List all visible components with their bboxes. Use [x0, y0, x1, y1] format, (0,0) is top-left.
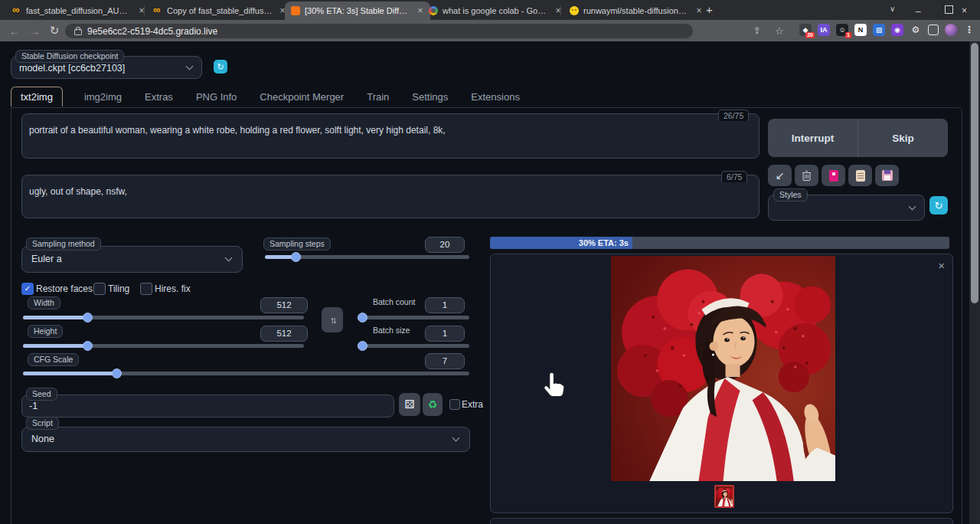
style-card-button[interactable] [822, 165, 845, 186]
height-slider[interactable] [23, 344, 304, 348]
slider-knob[interactable] [358, 313, 368, 323]
browser-tab-title: [30% ETA: 3s] Stable Diffusion [305, 6, 410, 15]
scrollbar-thumb[interactable] [971, 43, 978, 303]
sampling-steps-slider[interactable] [265, 255, 469, 259]
width-slider[interactable] [23, 316, 304, 319]
seed-input[interactable]: -1 [21, 395, 394, 418]
cfg-scale-label: CFG Scale [28, 353, 79, 366]
seed-value: -1 [29, 401, 38, 411]
skip-button[interactable]: Skip [858, 133, 948, 144]
progress-bar: 30% ETA: 3s [490, 237, 949, 249]
cfg-scale-slider[interactable] [23, 372, 469, 375]
tab-settings[interactable]: Settings [410, 87, 449, 106]
script-dropdown[interactable]: None [21, 427, 470, 452]
window-close-button[interactable]: × [962, 3, 967, 17]
batch-size-slider[interactable] [358, 344, 469, 348]
notion-extension-icon[interactable]: N [854, 24, 867, 36]
browser-tab-google-search[interactable]: what is google colab - Googl × [423, 2, 568, 20]
hires-fix-label: Hires. fix [155, 283, 191, 294]
scrollbar-track[interactable] [969, 41, 980, 524]
extension-badge: 1 [845, 32, 851, 38]
prompt-token-counter: 26/75 [718, 110, 749, 121]
prompt-textarea[interactable]: portrait of a beautiful woman, wearing a… [21, 113, 760, 159]
batch-count-slider[interactable] [358, 316, 469, 319]
browser-tab-colab-2[interactable]: ∞ Copy of fast_stable_diffusion × [147, 2, 292, 20]
sampling-steps-value[interactable]: 20 [425, 237, 465, 253]
restore-faces-checkbox[interactable]: ✓ [21, 283, 34, 295]
sampling-steps-label: Sampling steps [263, 237, 331, 251]
paste-params-button[interactable]: ↙ [768, 165, 792, 186]
browser-tab-huggingface[interactable]: runwayml/stable-diffusion-v1 × [564, 2, 709, 20]
sidebar-extension-icon[interactable] [928, 25, 939, 35]
extra-seed-checkbox[interactable] [449, 399, 460, 410]
share-icon[interactable]: ⇪ [753, 25, 761, 36]
clipboard-icon [856, 170, 865, 182]
dark-extension-icon[interactable]: ☺1 [836, 24, 848, 36]
floppy-disk-icon [882, 170, 893, 181]
tab-checkpoint-merger[interactable]: Checkpoint Merger [258, 87, 345, 106]
purple-extension-icon[interactable]: ◉ [891, 24, 903, 36]
swap-dimensions-button[interactable]: ↑↓ [322, 307, 343, 332]
generated-image[interactable] [611, 256, 835, 481]
close-gallery-icon[interactable]: × [938, 259, 945, 272]
negative-prompt-textarea[interactable]: ugly, out of shape, nsfw, [21, 175, 760, 218]
window-minimize-button[interactable]: – [916, 4, 921, 18]
styles-label: Styles [773, 188, 808, 201]
sampling-method-label: Sampling method [26, 237, 101, 251]
reuse-seed-button[interactable]: ♻ [423, 393, 443, 416]
extensions-puzzle-icon[interactable]: ⚙ [910, 24, 922, 36]
address-bar[interactable]: 9e5e6cc2-c519-4dc5.gradio.live [65, 24, 693, 38]
chevron-down-icon [452, 434, 460, 442]
bookmark-star-icon[interactable]: ☆ [775, 25, 784, 37]
interrupt-button[interactable]: Interrupt [768, 133, 858, 144]
ia-extension-icon[interactable]: IA [818, 24, 830, 36]
tab-train[interactable]: Train [365, 87, 390, 106]
browser-tab-colab-1[interactable]: ∞ fast_stable_diffusion_AUTOMA × [6, 2, 152, 20]
width-value[interactable]: 512 [260, 297, 308, 313]
close-tab-icon[interactable]: × [553, 5, 564, 16]
tab-img2img[interactable]: img2img [83, 87, 123, 106]
apply-style-button[interactable] [848, 165, 872, 186]
clear-prompt-button[interactable] [795, 165, 818, 186]
progress-text: 30% ETA: 3s [579, 238, 632, 247]
reload-icon[interactable]: ↻ [44, 24, 64, 38]
negative-prompt-text: ugly, out of shape, nsfw, [29, 186, 749, 198]
browser-tab-title: what is google colab - Googl [443, 6, 548, 15]
batch-size-value[interactable]: 1 [425, 326, 465, 342]
blue-extension-icon[interactable]: ▨ [873, 24, 885, 36]
window-maximize-button[interactable] [945, 5, 953, 14]
tab-search-chevron-icon[interactable]: ∨ [890, 5, 895, 13]
cfg-scale-value[interactable]: 7 [425, 353, 465, 369]
slider-knob[interactable] [291, 252, 301, 262]
tab-txt2img[interactable]: txt2img [11, 87, 63, 106]
batch-count-value[interactable]: 1 [425, 297, 465, 313]
tab-png-info[interactable]: PNG Info [194, 87, 238, 106]
tab-extras[interactable]: Extras [143, 87, 175, 106]
save-style-button[interactable] [875, 165, 899, 186]
refresh-styles-button[interactable]: ↻ [929, 196, 948, 215]
tiling-checkbox[interactable] [93, 283, 106, 295]
tab-extensions[interactable]: Extensions [469, 87, 521, 106]
download-extension-icon[interactable]: ◆20 [799, 24, 812, 36]
gallery-thumbnail[interactable] [714, 485, 734, 508]
extension-badge: 20 [805, 32, 815, 38]
trash-icon [802, 170, 812, 181]
output-gallery: × [490, 254, 953, 513]
forward-icon[interactable]: → [24, 25, 44, 38]
chevron-down-icon [225, 254, 233, 262]
browser-menu-icon[interactable]: ⋮ [963, 24, 975, 36]
new-tab-button[interactable]: + [706, 3, 713, 16]
close-tab-icon[interactable]: × [694, 5, 704, 16]
browser-tab-stable-diffusion[interactable]: [30% ETA: 3s] Stable Diffusion × [285, 2, 430, 20]
close-tab-icon[interactable]: × [136, 5, 147, 16]
back-icon[interactable]: ← [5, 25, 24, 38]
extension-label: N [858, 26, 864, 34]
height-value[interactable]: 512 [260, 326, 308, 342]
hires-fix-checkbox[interactable] [140, 283, 152, 295]
thumbnail-image [716, 486, 733, 506]
chevron-down-icon [186, 63, 194, 70]
refresh-checkpoints-button[interactable]: ↻ [214, 60, 227, 74]
profile-avatar[interactable] [945, 24, 957, 36]
random-seed-button[interactable]: ⚄ [399, 393, 420, 416]
slider-knob[interactable] [358, 341, 368, 351]
